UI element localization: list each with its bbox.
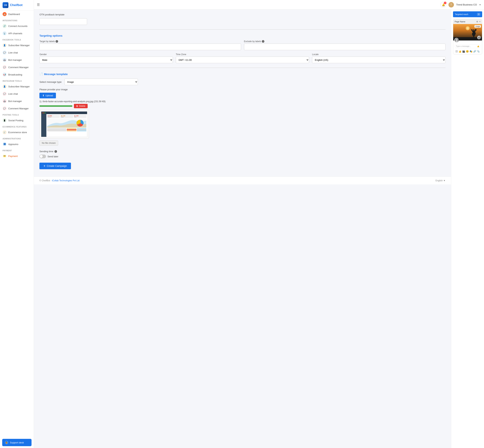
preview-card-header: Page Name ⚙ × bbox=[453, 19, 482, 24]
section-label-facebook-tools: FACEBOOK TOOLS bbox=[0, 37, 34, 42]
sidebar-item-fb-subscriber-manager[interactable]: 👤 Subscriber Manager bbox=[0, 42, 34, 49]
otn-input[interactable] bbox=[39, 18, 87, 25]
preview-icon-gif[interactable]: 🎬 bbox=[462, 50, 465, 53]
gender-select[interactable]: Male Female All bbox=[39, 56, 173, 63]
preview-icon-thumb[interactable]: 👍 bbox=[459, 50, 461, 53]
preview-action-icons: 🖼 👍 🎬 😊 🎭 🔗 📎 bbox=[453, 49, 482, 54]
send-icon: 👍 bbox=[477, 45, 479, 47]
preview-icon-link[interactable]: 🔗 bbox=[473, 50, 476, 53]
dashboard-thumbnail: $1.89MRevenue $1.11MOrders $1.15MProfit bbox=[41, 111, 87, 137]
preview-icon-attach[interactable]: 📎 bbox=[477, 50, 480, 53]
svg-text:T: T bbox=[451, 3, 452, 6]
no-file-section: No file chosen bbox=[39, 140, 445, 146]
hamburger-menu[interactable]: ☰ bbox=[37, 3, 40, 7]
content-wrapper: OTN postback template Targeting options … bbox=[34, 9, 484, 448]
sidebar-label-ig-subscriber-manager: Subscriber Manager bbox=[8, 85, 30, 88]
sidebar-item-social-posting[interactable]: 📱 Social Posting bbox=[0, 117, 34, 124]
sidebar-item-ig-comment-manager[interactable]: 💬 Comment Manager bbox=[0, 105, 34, 112]
image-preview-inner: $1.89MRevenue $1.11MOrders $1.15MProfit bbox=[40, 110, 89, 138]
sidebar-item-connect-accounts[interactable]: 🔗 Connect Accounts bbox=[0, 22, 34, 30]
preview-page-name: Page Name bbox=[455, 21, 465, 23]
timezone-select[interactable]: GMT +11.00 GMT +00.00 GMT -05.00 bbox=[176, 56, 309, 63]
section-label-posting-tools: POSTING TOOLS bbox=[0, 112, 34, 117]
ig-live-chat-icon: 💬 bbox=[3, 92, 7, 96]
delete-label: Delete bbox=[79, 105, 85, 107]
sidebar-item-dashboard[interactable]: 🏠 Dashboard bbox=[0, 10, 34, 18]
timezone-label: Time Zone bbox=[176, 53, 309, 56]
message-input-bar[interactable]: Type a message... 👍 bbox=[455, 44, 481, 48]
sidebar-item-fb-broadcasting[interactable]: 📢 Broadcasting bbox=[0, 71, 34, 78]
user-menu-arrow[interactable]: ▼ bbox=[479, 4, 481, 6]
sidebar-item-appsumo[interactable]: 🅰 Appsumo bbox=[0, 140, 34, 148]
notification-badge: 0 bbox=[444, 2, 446, 4]
create-campaign-label: Create Campaign bbox=[47, 164, 67, 168]
preview-icon-sticker[interactable]: 🎭 bbox=[469, 50, 472, 53]
no-file-label: No file chosen bbox=[39, 140, 58, 146]
payment-icon: 💳 bbox=[3, 154, 7, 158]
exclude-labels-info: i bbox=[262, 40, 264, 43]
sidebar-label-fb-live-chat: Live chat bbox=[8, 51, 18, 54]
sidebar-item-ig-bot-manager[interactable]: 🤖 Bot manager bbox=[0, 97, 34, 105]
sidebar-item-fb-live-chat[interactable]: 💬 Live chat bbox=[0, 49, 34, 56]
delete-icon: 🗑 bbox=[76, 105, 78, 107]
message-section-icon: 📄 bbox=[39, 72, 43, 76]
preview-reload-icon[interactable]: ↺ bbox=[478, 36, 481, 39]
file-item: 1). thmb-faster-accurate-reporting-and-a… bbox=[39, 100, 445, 139]
send-later-toggle[interactable] bbox=[39, 155, 46, 158]
fb-broadcasting-icon: 📢 bbox=[3, 72, 7, 77]
sidebar: CB Cheifbot 🏠 Dashboard INTEGRATIONS 🔗 C… bbox=[0, 0, 34, 448]
section-label-integrations: INTEGRATIONS bbox=[0, 18, 34, 22]
footer: © CheifBot · iCollab Technologies Pvt Lt… bbox=[34, 176, 451, 184]
targeting-section: Targeting options Target by labels i bbox=[39, 34, 445, 63]
preview-icon-image[interactable]: 🖼 bbox=[455, 50, 458, 53]
divider-targeting bbox=[39, 29, 445, 30]
upload-button[interactable]: ⬆ Upload bbox=[39, 93, 56, 98]
sidebar-item-payment[interactable]: 💳 Payment bbox=[0, 152, 34, 160]
fb-bot-manager-icon: 🤖 bbox=[3, 58, 7, 62]
delete-button[interactable]: 🗑 Delete bbox=[74, 104, 88, 108]
main-area: ☰ 🔔 0 T Trend Business CO ▼ OTN postback… bbox=[34, 0, 484, 448]
message-template-section: 📄 Message template Select message type T… bbox=[39, 72, 445, 146]
fb-live-chat-icon: 💬 bbox=[3, 51, 7, 55]
sidebar-label-fb-broadcasting: Broadcasting bbox=[8, 73, 22, 76]
preview-settings-icon[interactable]: ⚙ bbox=[476, 21, 478, 23]
api-channels-icon: 📡 bbox=[3, 31, 7, 35]
sidebar-item-ig-subscriber-manager[interactable]: 👤 Subscriber Manager bbox=[0, 83, 34, 90]
sidebar-item-fb-comment-manager[interactable]: 💬 Comment Manager bbox=[0, 64, 34, 71]
sending-time-section: Sending time i Send later bbox=[39, 150, 445, 158]
footer-company-link[interactable]: iCollab Technologies Pvt Ltd bbox=[52, 179, 80, 182]
sidebar-item-fb-bot-manager[interactable]: 🤖 Bot manager bbox=[0, 56, 34, 64]
footer-copyright: © CheifBot · iCollab Technologies Pvt Lt… bbox=[39, 179, 80, 182]
message-type-select[interactable]: Text Image Video Audio File Gallery bbox=[65, 79, 138, 85]
locale-label: Locale bbox=[312, 53, 445, 56]
targeting-section-title: Targeting options bbox=[39, 34, 445, 37]
target-labels-input[interactable] bbox=[39, 44, 241, 50]
upload-label: Upload bbox=[45, 94, 53, 97]
create-campaign-button[interactable]: ✈ Create Campaign bbox=[39, 163, 71, 169]
file-actions: 🗑 Delete bbox=[39, 104, 445, 108]
sidebar-item-ig-live-chat[interactable]: 💬 Live chat bbox=[0, 90, 34, 97]
send-later-label: Send later bbox=[48, 155, 58, 158]
sidebar-item-api-channels[interactable]: 📡 API channels bbox=[0, 30, 34, 37]
sidebar-item-ecommerce-store[interactable]: 🛒 Ecommerce store bbox=[0, 128, 34, 136]
sidebar-label-ig-live-chat: Live chat bbox=[8, 93, 18, 95]
sending-time-info: i bbox=[54, 150, 57, 153]
locale-select[interactable]: English (US) English (UK) Spanish bbox=[312, 56, 445, 63]
logo-icon: CB bbox=[3, 2, 8, 8]
topbar: ☰ 🔔 0 T Trend Business CO ▼ bbox=[34, 0, 484, 9]
targeted-reach-label: Targeted reach bbox=[455, 13, 468, 15]
sidebar-label-ig-bot-manager: Bot manager bbox=[8, 100, 22, 103]
sidebar-label-social-posting: Social Posting bbox=[8, 119, 23, 122]
divider-message bbox=[39, 68, 445, 68]
support-icon: 💁 bbox=[5, 441, 8, 444]
notification-button[interactable]: 🔔 0 bbox=[440, 2, 446, 8]
image-preview: $1.89MRevenue $1.11MOrders $1.15MProfit bbox=[39, 110, 89, 139]
preview-icon-emoji[interactable]: 😊 bbox=[466, 50, 469, 53]
support-desk-button[interactable]: 💁 Support desk bbox=[2, 439, 32, 446]
social-posting-icon: 📱 bbox=[3, 118, 7, 122]
exclude-by-labels-group: Exclude by labels i bbox=[244, 40, 446, 50]
preview-close-button[interactable]: × bbox=[479, 20, 481, 23]
sidebar-label-ecommerce: Ecommerce store bbox=[8, 131, 27, 134]
connect-accounts-icon: 🔗 bbox=[3, 24, 7, 28]
exclude-labels-input[interactable] bbox=[244, 44, 446, 50]
